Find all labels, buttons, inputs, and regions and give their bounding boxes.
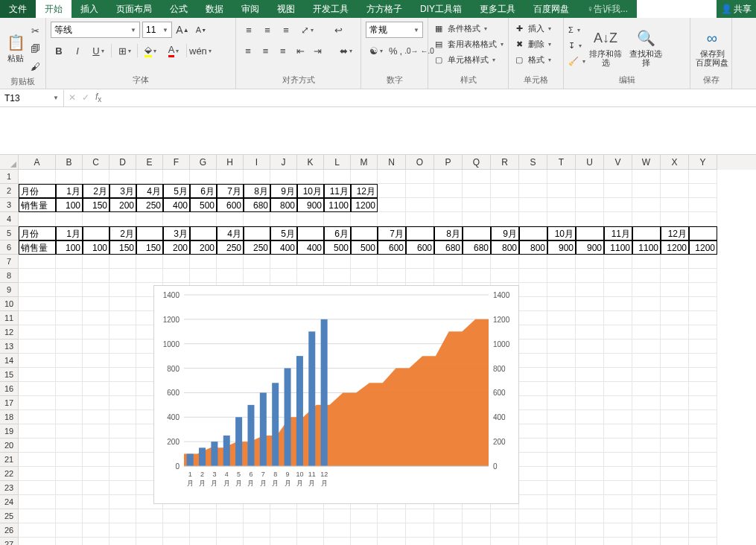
cell[interactable] <box>632 523 661 538</box>
cell[interactable]: 3月 <box>163 226 190 240</box>
cell[interactable] <box>547 325 576 340</box>
cell[interactable] <box>56 340 83 354</box>
col-header[interactable]: V <box>604 155 632 170</box>
cell[interactable] <box>83 396 109 410</box>
cell[interactable] <box>576 523 604 538</box>
cell[interactable] <box>83 226 109 240</box>
cell[interactable]: 400 <box>297 240 324 255</box>
align-center-button[interactable]: ≡ <box>258 42 273 59</box>
cell[interactable] <box>661 538 689 545</box>
cell[interactable] <box>297 523 324 538</box>
formula-input[interactable] <box>106 90 756 106</box>
cell[interactable]: 200 <box>190 240 217 255</box>
font-color-button[interactable]: A▾ <box>163 42 184 59</box>
cell[interactable] <box>604 453 632 467</box>
cell[interactable]: 400 <box>270 240 297 255</box>
share-button[interactable]: 👤共享 <box>717 0 756 18</box>
cell[interactable] <box>689 184 717 198</box>
cell[interactable] <box>163 170 190 184</box>
align-bottom-button[interactable]: ≡ <box>278 22 294 38</box>
cell[interactable] <box>519 226 547 240</box>
cell[interactable] <box>661 325 689 340</box>
cell[interactable] <box>519 368 547 382</box>
conditional-format-button[interactable]: ▦条件格式▾ <box>433 21 504 36</box>
cell[interactable] <box>19 297 56 311</box>
cell[interactable] <box>491 538 519 545</box>
cell[interactable] <box>109 382 136 396</box>
tab-more[interactable]: 更多工具 <box>471 0 524 18</box>
cell[interactable] <box>270 170 297 184</box>
cell[interactable] <box>519 396 547 410</box>
cell[interactable] <box>83 311 109 325</box>
cell[interactable] <box>491 269 519 283</box>
cell[interactable] <box>83 523 109 538</box>
cell[interactable] <box>632 198 661 212</box>
cell[interactable] <box>632 410 661 424</box>
tab-file[interactable]: 文件 <box>0 0 36 18</box>
row-header[interactable]: 24 <box>0 495 19 509</box>
cell[interactable] <box>689 212 717 226</box>
cell[interactable] <box>109 396 136 410</box>
cell[interactable] <box>217 523 244 538</box>
cell[interactable] <box>217 212 244 226</box>
cell[interactable] <box>576 538 604 545</box>
row-header[interactable]: 3 <box>0 198 19 212</box>
col-header[interactable]: Y <box>689 155 717 170</box>
tab-baidu[interactable]: 百度网盘 <box>524 0 578 18</box>
cell[interactable] <box>632 453 661 467</box>
number-format-select[interactable]: 常规▼ <box>366 22 423 38</box>
select-all-corner[interactable] <box>0 155 19 170</box>
cell[interactable] <box>519 311 547 325</box>
cell[interactable] <box>661 255 689 269</box>
cell[interactable] <box>190 255 217 269</box>
row-header[interactable]: 7 <box>0 255 19 269</box>
cell[interactable] <box>406 198 434 212</box>
cell[interactable] <box>689 481 717 495</box>
cell[interactable] <box>491 212 519 226</box>
cell[interactable] <box>661 410 689 424</box>
cell[interactable] <box>297 226 324 240</box>
cell[interactable] <box>547 509 576 523</box>
col-header[interactable]: T <box>547 155 576 170</box>
cell[interactable] <box>56 170 83 184</box>
cell[interactable] <box>547 481 576 495</box>
cell[interactable] <box>297 212 324 226</box>
tell-me[interactable]: ♀ 告诉我... <box>578 0 637 18</box>
row-header[interactable]: 17 <box>0 396 19 410</box>
cell[interactable] <box>604 184 632 198</box>
cell[interactable]: 月份 <box>19 226 56 240</box>
cell[interactable]: 250 <box>217 240 244 255</box>
cell[interactable] <box>491 198 519 212</box>
cell[interactable] <box>632 269 661 283</box>
cell[interactable] <box>632 538 661 545</box>
cell[interactable] <box>83 382 109 396</box>
cell[interactable] <box>689 354 717 368</box>
row-header[interactable]: 15 <box>0 368 19 382</box>
cell[interactable] <box>324 509 351 523</box>
col-header[interactable]: R <box>491 155 519 170</box>
cell[interactable] <box>378 509 406 523</box>
cell[interactable] <box>689 198 717 212</box>
cell[interactable] <box>19 424 56 439</box>
cell[interactable] <box>244 212 270 226</box>
cell[interactable] <box>406 255 434 269</box>
cell[interactable] <box>661 269 689 283</box>
cell[interactable] <box>576 368 604 382</box>
cell[interactable] <box>689 410 717 424</box>
cell[interactable] <box>576 311 604 325</box>
cell[interactable] <box>463 198 491 212</box>
cell[interactable] <box>519 467 547 481</box>
cell[interactable] <box>136 255 163 269</box>
cell[interactable] <box>406 523 434 538</box>
cell[interactable] <box>83 424 109 439</box>
col-header[interactable]: D <box>109 155 136 170</box>
cell[interactable] <box>604 212 632 226</box>
font-size-select[interactable]: 11▼ <box>142 22 172 38</box>
cell[interactable] <box>109 283 136 297</box>
cell[interactable] <box>689 495 717 509</box>
cell[interactable] <box>56 467 83 481</box>
save-baidu-button[interactable]: ∞ 保存到百度网盘 <box>695 21 729 73</box>
cell[interactable] <box>632 439 661 453</box>
cell[interactable]: 400 <box>163 198 190 212</box>
row-header[interactable]: 16 <box>0 382 19 396</box>
